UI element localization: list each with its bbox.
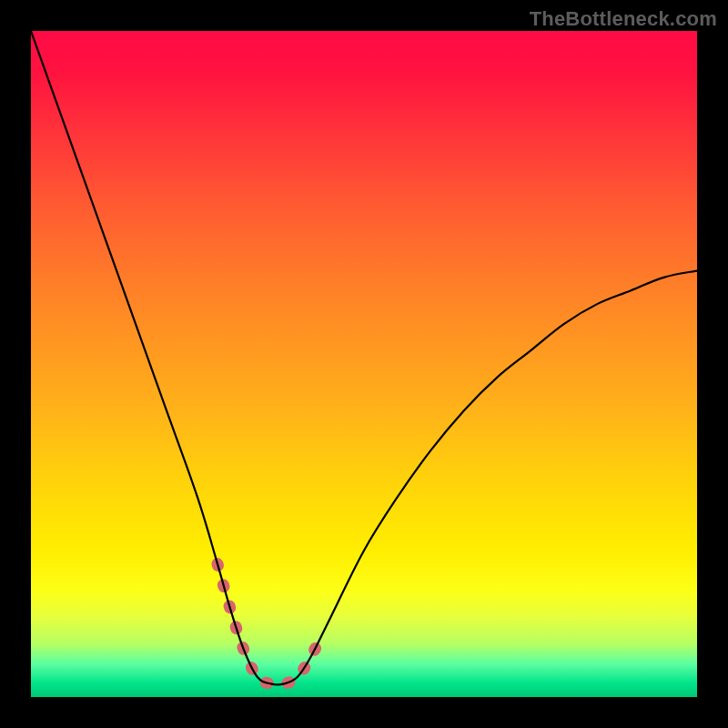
outer-frame: TheBottleneck.com xyxy=(0,0,728,728)
curve-layer xyxy=(31,31,697,697)
bottleneck-curve xyxy=(31,31,697,684)
highlight-segment xyxy=(217,564,324,685)
plot-area xyxy=(31,31,697,697)
watermark-label: TheBottleneck.com xyxy=(530,7,717,31)
